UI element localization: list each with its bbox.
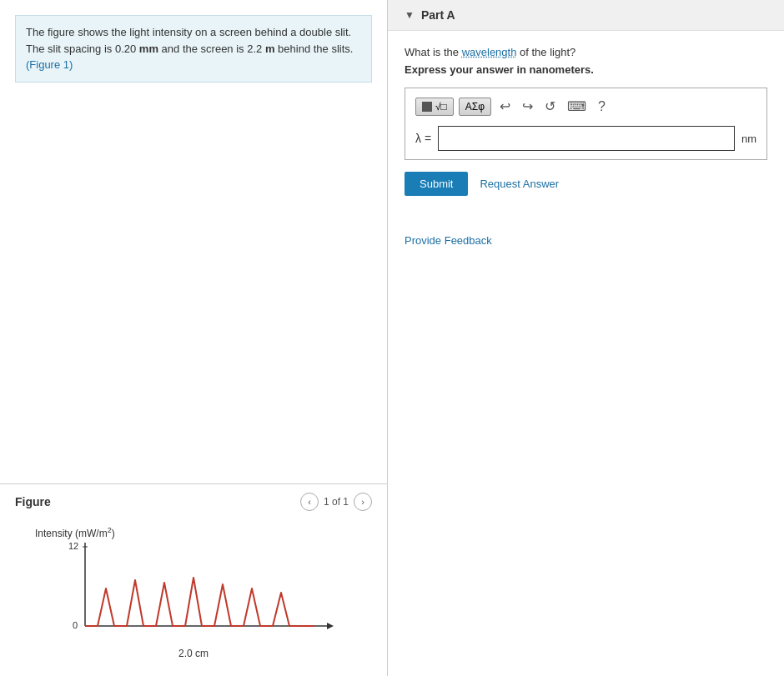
answer-box: √□ ΑΣφ ↩ ↪ ↺ ⌨ ? λ = nm [405,88,767,160]
svg-marker-2 [327,623,334,629]
figure-link[interactable]: (Figure 1) [26,58,73,71]
page-indicator: 1 of 1 [324,496,349,508]
format-square-icon [422,102,432,112]
next-figure-button[interactable]: › [354,493,372,511]
provide-feedback-link[interactable]: Provide Feedback [388,234,784,247]
question-text: What is the wavelength of the light? [405,46,767,58]
action-row: Submit Request Answer [405,172,767,196]
svg-text:12: 12 [68,543,78,551]
greek-btn-label: ΑΣφ [465,101,485,113]
redo-button[interactable]: ↪ [519,97,536,116]
lambda-row: λ = nm [415,126,756,151]
prev-figure-button[interactable]: ‹ [300,493,319,511]
intensity-chart: 12 0 [68,543,335,643]
part-a-content: What is the wavelength of the light? Exp… [388,31,784,211]
submit-button[interactable]: Submit [405,172,468,196]
problem-line2-post: behind the slits. [274,43,353,55]
lambda-label: λ = [415,132,431,145]
left-panel: The figure shows the light intensity on … [0,0,388,676]
formula-toolbar: √□ ΑΣφ ↩ ↪ ↺ ⌨ ? [415,97,756,116]
unit-mm: mm [139,43,158,55]
main-layout: The figure shows the light intensity on … [0,0,784,676]
format-button[interactable]: √□ [415,98,454,116]
figure-nav: ‹ 1 of 1 › [300,493,372,511]
x-axis-label: 2.0 cm [178,648,209,659]
svg-text:0: 0 [73,620,78,630]
collapse-icon[interactable]: ▼ [405,9,415,21]
unit-m: m [265,43,275,55]
problem-line1: The figure shows the light intensity on … [26,26,351,38]
lambda-unit: nm [741,133,756,145]
wavelength-word: wavelength [462,46,517,58]
greek-button[interactable]: ΑΣφ [459,98,491,116]
chart-area: Intensity (mW/m2) 12 0 [15,518,372,676]
figure-section: Figure ‹ 1 of 1 › Intensity (mW/m2) [0,483,387,676]
figure-header: Figure ‹ 1 of 1 › [15,493,372,518]
problem-text-box: The figure shows the light intensity on … [15,15,372,83]
lambda-input[interactable] [438,126,735,151]
part-a-title: Part A [421,8,455,22]
undo-button[interactable]: ↩ [496,97,514,116]
format-btn-label: √□ [435,101,447,113]
problem-line2-pre: The slit spacing is 0.20 [26,43,139,55]
refresh-button[interactable]: ↺ [541,97,559,116]
help-button[interactable]: ? [595,98,609,116]
figure-title: Figure [15,495,51,508]
express-text: Express your answer in nanometers. [405,63,767,76]
part-a-header: ▼ Part A [388,0,784,31]
problem-line2-mid: and the screen is 2.2 [158,43,265,55]
keyboard-button[interactable]: ⌨ [564,97,590,116]
request-answer-link[interactable]: Request Answer [480,178,559,190]
chart-container: Intensity (mW/m2) 12 0 [35,526,352,659]
right-panel: ▼ Part A What is the wavelength of the l… [388,0,784,676]
y-axis-label: Intensity (mW/m2) [35,526,115,539]
